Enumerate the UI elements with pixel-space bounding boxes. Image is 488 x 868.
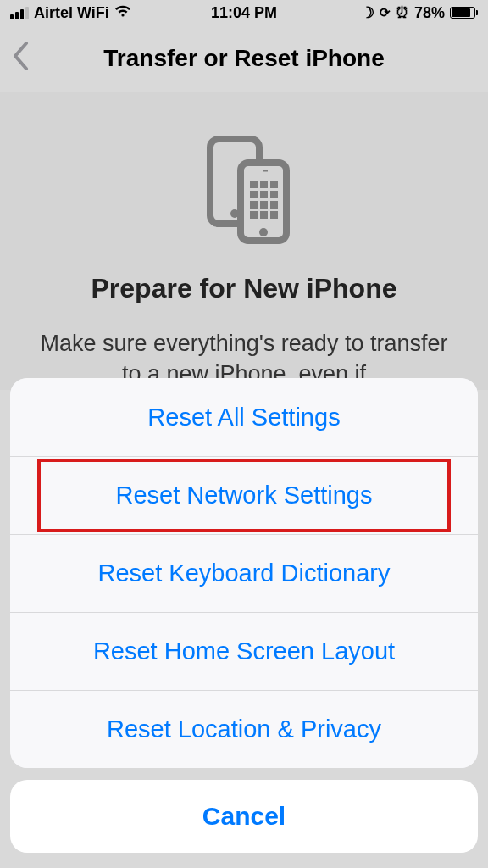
action-sheet: Reset All Settings Reset Network Setting… bbox=[0, 378, 488, 868]
svg-rect-13 bbox=[270, 201, 278, 209]
svg-rect-14 bbox=[250, 211, 258, 219]
page-title: Transfer or Reset iPhone bbox=[103, 45, 384, 72]
sheet-item-label: Reset Home Screen Layout bbox=[93, 637, 395, 665]
svg-rect-10 bbox=[270, 191, 278, 198]
status-bar: Airtel WiFi 11:04 PM ☽ ⟳ ⏰︎ 78% bbox=[0, 0, 488, 25]
signal-icon bbox=[10, 7, 29, 19]
carrier-label: Airtel WiFi bbox=[34, 4, 109, 22]
reset-network-settings-button[interactable]: Reset Network Settings bbox=[10, 456, 478, 534]
moon-icon: ☽ bbox=[361, 3, 374, 22]
svg-rect-7 bbox=[270, 181, 278, 188]
svg-rect-8 bbox=[250, 191, 258, 198]
wifi-icon bbox=[114, 4, 131, 22]
sheet-item-label: Reset All Settings bbox=[147, 403, 340, 431]
svg-rect-15 bbox=[260, 211, 268, 219]
svg-rect-5 bbox=[250, 181, 258, 188]
svg-rect-12 bbox=[260, 201, 268, 209]
svg-rect-6 bbox=[260, 181, 268, 188]
reset-all-settings-button[interactable]: Reset All Settings bbox=[10, 378, 478, 456]
sheet-item-label: Reset Location & Privacy bbox=[107, 715, 381, 743]
reset-location-privacy-button[interactable]: Reset Location & Privacy bbox=[10, 690, 478, 768]
back-button[interactable] bbox=[12, 42, 29, 75]
battery-pct: 78% bbox=[414, 4, 445, 22]
nav-bar: Transfer or Reset iPhone bbox=[0, 25, 488, 92]
sheet-item-label: Reset Keyboard Dictionary bbox=[98, 559, 391, 587]
background-content: Prepare for New iPhone Make sure everyth… bbox=[0, 92, 488, 390]
reset-home-screen-layout-button[interactable]: Reset Home Screen Layout bbox=[10, 612, 478, 690]
svg-rect-16 bbox=[270, 211, 278, 219]
orientation-lock-icon: ⟳ bbox=[380, 5, 391, 20]
svg-point-3 bbox=[259, 228, 268, 236]
cancel-label: Cancel bbox=[202, 802, 286, 831]
alarm-icon: ⏰︎ bbox=[396, 5, 409, 20]
svg-rect-11 bbox=[250, 201, 258, 209]
battery-icon bbox=[450, 7, 478, 19]
reset-keyboard-dictionary-button[interactable]: Reset Keyboard Dictionary bbox=[10, 534, 478, 612]
svg-rect-4 bbox=[263, 170, 268, 172]
cancel-button[interactable]: Cancel bbox=[10, 780, 478, 853]
devices-icon bbox=[193, 134, 295, 248]
prepare-title: Prepare for New iPhone bbox=[17, 273, 471, 304]
svg-rect-9 bbox=[260, 191, 268, 198]
sheet-item-label: Reset Network Settings bbox=[115, 481, 372, 509]
